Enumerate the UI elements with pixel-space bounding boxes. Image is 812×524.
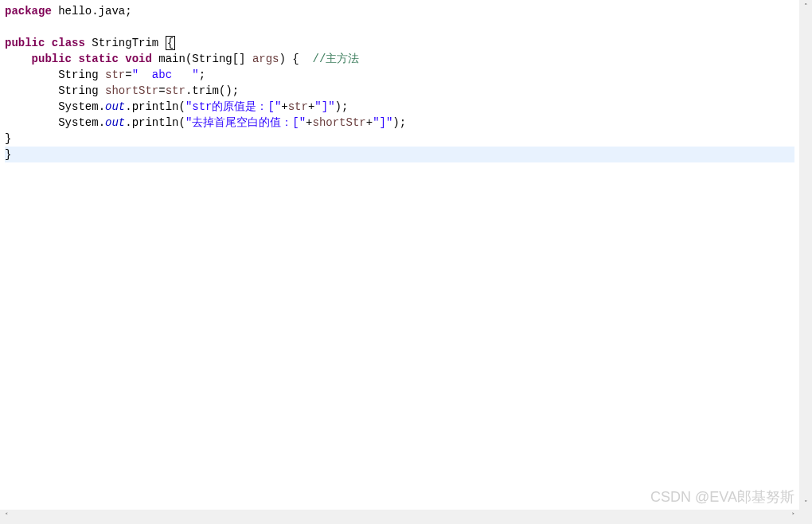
code-line[interactable]: package hello.java; — [5, 3, 794, 19]
token-plain: ; — [199, 68, 205, 81]
token-var: str — [105, 68, 125, 81]
code-line[interactable]: String str=" abc "; — [5, 67, 794, 83]
token-var: shortStr — [313, 116, 366, 129]
scroll-track-v[interactable] — [799, 13, 812, 497]
code-line[interactable]: } — [5, 131, 794, 147]
token-str: "str的原值是：[" — [185, 100, 281, 113]
code-editor[interactable]: package hello.java;public class StringTr… — [0, 0, 799, 510]
token-plain: + — [366, 116, 373, 129]
token-var: shortStr — [105, 84, 158, 97]
scroll-up-arrow[interactable]: ˄ — [799, 0, 812, 13]
code-line[interactable]: } — [5, 147, 794, 162]
vertical-scrollbar[interactable]: ˄ ˅ — [799, 0, 812, 510]
code-line[interactable]: System.out.println("去掉首尾空白的值：["+shortStr… — [5, 115, 794, 131]
token-plain: System. — [58, 100, 105, 113]
token-plain: } — [5, 148, 11, 161]
token-str: "去掉首尾空白的值：[" — [185, 116, 306, 129]
token-field: out — [105, 116, 125, 129]
bracket-match: { — [166, 36, 175, 50]
current-line-highlight — [5, 147, 794, 162]
token-plain: ); — [335, 100, 349, 113]
token-plain: ) { — [279, 53, 313, 65]
token-plain: } — [5, 132, 11, 145]
token-plain: String — [58, 84, 105, 97]
token-plain: String — [58, 68, 105, 81]
token-str: " abc " — [132, 68, 199, 81]
code-line[interactable] — [5, 19, 794, 35]
line-content: public static void main(String[] args) {… — [5, 53, 359, 65]
line-content: System.out.println("str的原值是：["+str+"]"); — [5, 100, 348, 113]
token-kw: public — [5, 37, 45, 49]
token-comment: //主方法 — [313, 53, 360, 65]
token-plain: main(String[] — [152, 53, 252, 65]
token-kw: static — [78, 53, 118, 65]
token-kw: void — [125, 53, 152, 65]
line-content: public class StringTrim { — [5, 37, 175, 49]
token-var: args — [252, 53, 279, 65]
scroll-left-arrow[interactable]: ˂ — [0, 510, 13, 522]
line-content: String str=" abc "; — [5, 68, 205, 81]
line-content: String shortStr=str.trim(); — [5, 84, 239, 97]
token-var: str — [288, 100, 308, 113]
token-plain — [119, 53, 125, 65]
token-var: str — [166, 84, 185, 97]
token-field: out — [105, 100, 125, 113]
code-line[interactable]: System.out.println("str的原值是：["+str+"]"); — [5, 99, 794, 115]
token-str: "]" — [373, 116, 392, 129]
token-str: "]" — [314, 100, 334, 113]
token-plain — [45, 37, 51, 49]
token-plain: .trim(); — [185, 84, 239, 97]
token-kw: class — [52, 37, 85, 49]
token-plain: System. — [58, 116, 105, 129]
token-plain: .println( — [125, 116, 185, 129]
token-plain: = — [158, 84, 165, 97]
token-kw: package — [5, 5, 52, 18]
token-plain: + — [306, 116, 312, 129]
scrollbar-corner — [799, 510, 812, 524]
token-plain: StringTrim — [85, 37, 166, 49]
scroll-down-arrow[interactable]: ˅ — [799, 497, 812, 510]
token-plain: ); — [392, 116, 406, 129]
code-line[interactable]: public class StringTrim { — [5, 35, 794, 51]
code-line[interactable]: public static void main(String[] args) {… — [5, 51, 794, 67]
line-content: } — [5, 148, 11, 161]
code-area[interactable]: package hello.java;public class StringTr… — [0, 0, 799, 166]
horizontal-scrollbar[interactable]: ˂ ˃ — [0, 510, 799, 524]
token-plain: = — [125, 68, 131, 81]
code-line[interactable]: String shortStr=str.trim(); — [5, 83, 794, 99]
line-content: package hello.java; — [5, 5, 132, 18]
token-kw: public — [32, 53, 72, 65]
token-plain: + — [281, 100, 287, 113]
token-plain: .println( — [125, 100, 185, 113]
scroll-track-h[interactable] — [13, 510, 787, 524]
line-content: System.out.println("去掉首尾空白的值：["+shortStr… — [5, 116, 406, 129]
scroll-right-arrow[interactable]: ˃ — [787, 510, 799, 522]
line-content: } — [5, 132, 11, 145]
token-plain: hello.java; — [52, 5, 132, 18]
